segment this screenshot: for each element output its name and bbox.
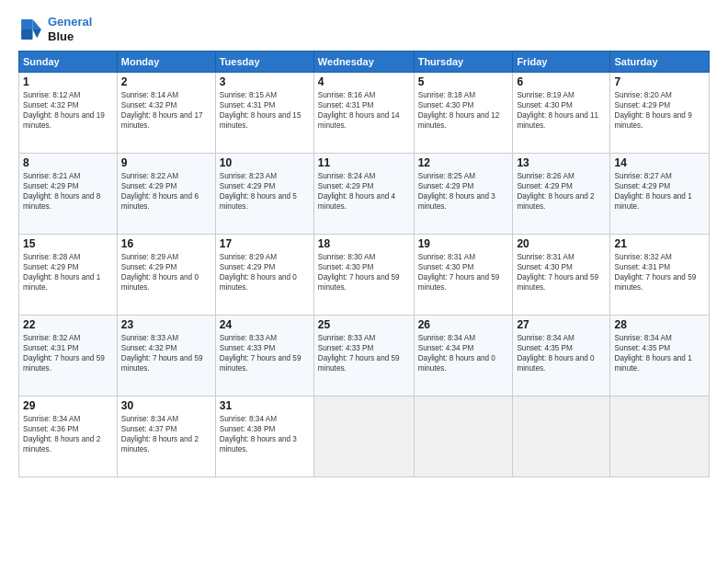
- calendar-cell: 12Sunrise: 8:25 AMSunset: 4:29 PMDayligh…: [414, 154, 513, 235]
- calendar-cell: 26Sunrise: 8:34 AMSunset: 4:34 PMDayligh…: [414, 316, 513, 396]
- calendar-cell: 5Sunrise: 8:18 AMSunset: 4:30 PMDaylight…: [414, 73, 513, 154]
- day-number: 9: [121, 156, 211, 169]
- day-number: 6: [517, 75, 606, 88]
- day-info: Sunrise: 8:33 AMSunset: 4:33 PMDaylight:…: [220, 333, 310, 373]
- day-number: 19: [418, 237, 509, 250]
- calendar-cell: 28Sunrise: 8:34 AMSunset: 4:35 PMDayligh…: [610, 316, 710, 396]
- calendar-cell: 9Sunrise: 8:22 AMSunset: 4:29 PMDaylight…: [117, 154, 215, 235]
- day-info: Sunrise: 8:33 AMSunset: 4:33 PMDaylight:…: [318, 333, 410, 373]
- day-info: Sunrise: 8:29 AMSunset: 4:29 PMDaylight:…: [121, 252, 211, 293]
- day-info: Sunrise: 8:26 AMSunset: 4:29 PMDaylight:…: [517, 171, 606, 212]
- calendar-cell: [414, 396, 513, 477]
- day-number: 27: [517, 318, 606, 331]
- svg-rect-3: [21, 29, 32, 40]
- day-number: 14: [614, 156, 705, 169]
- day-info: Sunrise: 8:34 AMSunset: 4:35 PMDaylight:…: [517, 333, 606, 373]
- day-number: 28: [614, 318, 705, 331]
- day-header-wednesday: Wednesday: [313, 52, 414, 73]
- day-number: 12: [418, 156, 509, 169]
- day-number: 22: [23, 318, 113, 331]
- day-info: Sunrise: 8:23 AMSunset: 4:29 PMDaylight:…: [220, 171, 310, 212]
- day-number: 25: [318, 318, 410, 331]
- day-header-friday: Friday: [513, 52, 610, 73]
- day-number: 30: [121, 399, 211, 412]
- logo-icon: [18, 17, 44, 42]
- day-info: Sunrise: 8:33 AMSunset: 4:32 PMDaylight:…: [121, 333, 211, 373]
- day-header-sunday: Sunday: [19, 52, 118, 73]
- day-number: 21: [614, 237, 705, 250]
- day-info: Sunrise: 8:20 AMSunset: 4:29 PMDaylight:…: [614, 90, 705, 131]
- svg-marker-1: [33, 29, 41, 38]
- calendar-cell: 20Sunrise: 8:31 AMSunset: 4:30 PMDayligh…: [513, 235, 610, 316]
- calendar-cell: 29Sunrise: 8:34 AMSunset: 4:36 PMDayligh…: [19, 396, 118, 477]
- day-number: 2: [121, 75, 211, 88]
- logo: General Blue: [18, 15, 92, 43]
- day-info: Sunrise: 8:28 AMSunset: 4:29 PMDaylight:…: [23, 252, 113, 293]
- calendar-cell: 24Sunrise: 8:33 AMSunset: 4:33 PMDayligh…: [215, 316, 313, 396]
- header: General Blue: [18, 15, 710, 43]
- day-info: Sunrise: 8:14 AMSunset: 4:32 PMDaylight:…: [121, 90, 211, 131]
- calendar-cell: [313, 396, 414, 477]
- calendar-table: SundayMondayTuesdayWednesdayThursdayFrid…: [18, 51, 710, 477]
- day-info: Sunrise: 8:34 AMSunset: 4:35 PMDaylight:…: [614, 333, 705, 373]
- day-info: Sunrise: 8:32 AMSunset: 4:31 PMDaylight:…: [614, 252, 705, 293]
- day-info: Sunrise: 8:31 AMSunset: 4:30 PMDaylight:…: [517, 252, 606, 293]
- calendar-week-2: 8Sunrise: 8:21 AMSunset: 4:29 PMDaylight…: [19, 154, 710, 235]
- day-number: 29: [23, 399, 113, 412]
- day-number: 18: [318, 237, 410, 250]
- day-info: Sunrise: 8:29 AMSunset: 4:29 PMDaylight:…: [220, 252, 310, 293]
- calendar-cell: 14Sunrise: 8:27 AMSunset: 4:29 PMDayligh…: [610, 154, 710, 235]
- calendar-cell: 16Sunrise: 8:29 AMSunset: 4:29 PMDayligh…: [117, 235, 215, 316]
- day-info: Sunrise: 8:34 AMSunset: 4:36 PMDaylight:…: [23, 414, 113, 454]
- calendar-week-3: 15Sunrise: 8:28 AMSunset: 4:29 PMDayligh…: [19, 235, 710, 316]
- logo-text: General Blue: [48, 15, 92, 43]
- svg-rect-2: [21, 19, 32, 29]
- day-header-monday: Monday: [117, 52, 215, 73]
- day-number: 23: [121, 318, 211, 331]
- day-number: 8: [23, 156, 113, 169]
- calendar-cell: 31Sunrise: 8:34 AMSunset: 4:38 PMDayligh…: [215, 396, 313, 477]
- day-info: Sunrise: 8:21 AMSunset: 4:29 PMDaylight:…: [23, 171, 113, 212]
- day-info: Sunrise: 8:18 AMSunset: 4:30 PMDaylight:…: [418, 90, 509, 131]
- svg-marker-0: [33, 19, 41, 29]
- calendar-cell: 19Sunrise: 8:31 AMSunset: 4:30 PMDayligh…: [414, 235, 513, 316]
- day-info: Sunrise: 8:22 AMSunset: 4:29 PMDaylight:…: [121, 171, 211, 212]
- day-number: 5: [418, 75, 509, 88]
- day-info: Sunrise: 8:24 AMSunset: 4:29 PMDaylight:…: [318, 171, 410, 212]
- calendar-cell: 4Sunrise: 8:16 AMSunset: 4:31 PMDaylight…: [313, 73, 414, 154]
- day-number: 11: [318, 156, 410, 169]
- calendar-cell: 30Sunrise: 8:34 AMSunset: 4:37 PMDayligh…: [117, 396, 215, 477]
- day-info: Sunrise: 8:27 AMSunset: 4:29 PMDaylight:…: [614, 171, 705, 212]
- day-number: 15: [23, 237, 113, 250]
- day-number: 7: [614, 75, 705, 88]
- day-info: Sunrise: 8:16 AMSunset: 4:31 PMDaylight:…: [318, 90, 410, 131]
- day-info: Sunrise: 8:34 AMSunset: 4:38 PMDaylight:…: [220, 414, 310, 454]
- calendar-week-1: 1Sunrise: 8:12 AMSunset: 4:32 PMDaylight…: [19, 73, 710, 154]
- day-header-saturday: Saturday: [610, 52, 710, 73]
- day-number: 3: [220, 75, 310, 88]
- calendar-cell: 11Sunrise: 8:24 AMSunset: 4:29 PMDayligh…: [313, 154, 414, 235]
- day-number: 26: [418, 318, 509, 331]
- calendar-cell: 1Sunrise: 8:12 AMSunset: 4:32 PMDaylight…: [19, 73, 118, 154]
- day-number: 13: [517, 156, 606, 169]
- day-info: Sunrise: 8:31 AMSunset: 4:30 PMDaylight:…: [418, 252, 509, 293]
- day-info: Sunrise: 8:19 AMSunset: 4:30 PMDaylight:…: [517, 90, 606, 131]
- day-number: 16: [121, 237, 211, 250]
- calendar-cell: 27Sunrise: 8:34 AMSunset: 4:35 PMDayligh…: [513, 316, 610, 396]
- day-number: 1: [23, 75, 113, 88]
- day-info: Sunrise: 8:30 AMSunset: 4:30 PMDaylight:…: [318, 252, 410, 293]
- day-info: Sunrise: 8:15 AMSunset: 4:31 PMDaylight:…: [220, 90, 310, 131]
- calendar-cell: 21Sunrise: 8:32 AMSunset: 4:31 PMDayligh…: [610, 235, 710, 316]
- calendar-cell: 17Sunrise: 8:29 AMSunset: 4:29 PMDayligh…: [215, 235, 313, 316]
- calendar-cell: 18Sunrise: 8:30 AMSunset: 4:30 PMDayligh…: [313, 235, 414, 316]
- calendar-cell: [513, 396, 610, 477]
- calendar-cell: 22Sunrise: 8:32 AMSunset: 4:31 PMDayligh…: [19, 316, 118, 396]
- day-number: 31: [220, 399, 310, 412]
- page: General Blue SundayMondayTuesdayWednesda…: [0, 0, 728, 563]
- calendar-cell: 8Sunrise: 8:21 AMSunset: 4:29 PMDaylight…: [19, 154, 118, 235]
- calendar-cell: [610, 396, 710, 477]
- calendar-week-4: 22Sunrise: 8:32 AMSunset: 4:31 PMDayligh…: [19, 316, 710, 396]
- day-number: 24: [220, 318, 310, 331]
- calendar-cell: 13Sunrise: 8:26 AMSunset: 4:29 PMDayligh…: [513, 154, 610, 235]
- calendar-cell: 15Sunrise: 8:28 AMSunset: 4:29 PMDayligh…: [19, 235, 118, 316]
